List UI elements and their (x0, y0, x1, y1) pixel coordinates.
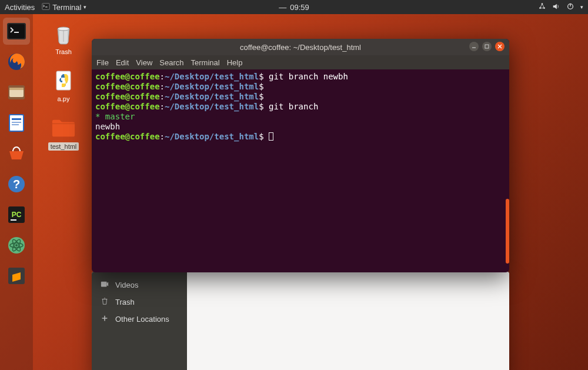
window-title: coffee@coffee: ~/Desktop/test_html (240, 43, 361, 52)
svg-rect-21 (11, 219, 16, 221)
desktop-file-label: a.py (58, 95, 70, 102)
desktop-folder-label: test_html (48, 142, 79, 151)
launcher-dock: ? PC (0, 14, 33, 370)
terminal-line: coffee@coffee:~/Desktop/test_html$ (95, 92, 506, 102)
window-maximize-button[interactable] (482, 42, 492, 51)
terminal-window: coffee@coffee: ~/Desktop/test_html File … (92, 39, 509, 272)
svg-rect-15 (12, 122, 21, 123)
launcher-files[interactable] (3, 79, 30, 106)
terminal-icon (42, 2, 50, 12)
svg-rect-0 (42, 3, 49, 9)
terminal-menubar: File Edit View Search Terminal Help (92, 55, 509, 69)
folder-icon (51, 115, 76, 140)
plus-icon (100, 314, 109, 324)
desktop-trash-label: Trash (55, 48, 72, 55)
chevron-down-icon[interactable]: ▾ (580, 4, 583, 10)
files-sidebar-videos[interactable]: Videos (92, 276, 187, 294)
activities-button[interactable]: Activities (5, 3, 35, 12)
files-sidebar-other[interactable]: Other Locations (92, 311, 187, 328)
desktop-folder-testhtml[interactable]: test_html (46, 115, 81, 151)
svg-text:PC: PC (12, 211, 22, 219)
terminal-titlebar[interactable]: coffee@coffee: ~/Desktop/test_html (92, 39, 509, 55)
menu-help[interactable]: Help (227, 58, 243, 67)
svg-rect-11 (9, 88, 24, 90)
svg-rect-32 (485, 45, 489, 48)
terminal-body[interactable]: coffee@coffee:~/Desktop/test_html$ git b… (92, 69, 509, 272)
sidebar-item-label: Other Locations (115, 315, 169, 324)
launcher-software[interactable] (3, 140, 30, 167)
svg-rect-30 (101, 282, 107, 287)
terminal-line: coffee@coffee:~/Desktop/test_html$ git b… (95, 102, 506, 112)
files-window[interactable]: Videos Trash Other Locations (92, 272, 509, 370)
video-icon (100, 280, 109, 290)
svg-rect-14 (12, 118, 21, 120)
trash-icon (51, 21, 76, 46)
terminal-line: newbh (95, 122, 506, 132)
launcher-pycharm[interactable]: PC (3, 201, 30, 228)
sidebar-item-label: Trash (115, 298, 135, 306)
launcher-sublime[interactable] (3, 262, 30, 289)
trash-icon (100, 297, 109, 307)
python-file-icon (51, 68, 76, 93)
terminal-line: coffee@coffee:~/Desktop/test_html$ (95, 132, 506, 142)
menu-search[interactable]: Search (159, 58, 183, 67)
top-bar: Activities Terminal ▾ —09:59 ▾ (0, 0, 588, 14)
scrollbar-thumb[interactable] (506, 199, 509, 264)
svg-rect-7 (8, 24, 25, 38)
launcher-atom[interactable] (3, 232, 30, 259)
desktop-trash[interactable]: Trash (46, 21, 81, 55)
desktop-file-apy[interactable]: a.py (46, 68, 81, 102)
terminal-line: coffee@coffee:~/Desktop/test_html$ git b… (95, 72, 506, 82)
launcher-firefox[interactable] (3, 48, 30, 75)
power-icon[interactable] (566, 2, 574, 12)
svg-text:?: ? (13, 178, 20, 191)
launcher-libreoffice[interactable] (3, 109, 30, 136)
terminal-line: coffee@coffee:~/Desktop/test_html$ (95, 82, 506, 92)
window-close-button[interactable] (495, 42, 505, 51)
sidebar-item-label: Videos (115, 281, 139, 289)
svg-point-26 (15, 244, 18, 246)
menu-edit[interactable]: Edit (116, 58, 129, 67)
files-sidebar: Videos Trash Other Locations (92, 272, 187, 370)
terminal-line: * master (95, 112, 506, 122)
menu-file[interactable]: File (96, 58, 109, 67)
svg-rect-29 (56, 71, 71, 90)
svg-rect-16 (12, 124, 19, 125)
app-menu-label: Terminal (52, 3, 81, 12)
clock[interactable]: —09:59 (279, 3, 309, 12)
menu-view[interactable]: View (136, 58, 152, 67)
files-sidebar-trash[interactable]: Trash (92, 294, 187, 311)
window-minimize-button[interactable] (469, 42, 479, 51)
launcher-help[interactable]: ? (3, 171, 30, 198)
menu-terminal[interactable]: Terminal (191, 58, 220, 67)
chevron-down-icon: ▾ (83, 4, 86, 10)
launcher-terminal[interactable] (3, 18, 30, 45)
files-content[interactable] (187, 272, 509, 370)
volume-icon[interactable] (552, 2, 560, 12)
app-menu[interactable]: Terminal ▾ (42, 2, 86, 12)
desktop-icons: Trash a.py test_html (46, 21, 81, 151)
terminal-cursor (269, 132, 273, 141)
network-icon[interactable] (538, 2, 546, 12)
